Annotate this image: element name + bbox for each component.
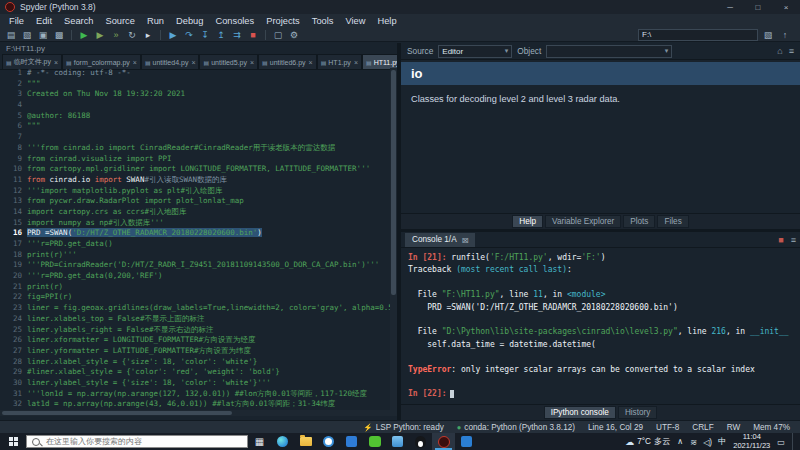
code-line[interactable]: 6""" bbox=[0, 121, 390, 132]
run-selection-icon[interactable]: ▸ bbox=[141, 29, 155, 41]
save-all-icon[interactable]: ▩ bbox=[52, 29, 66, 41]
code-line[interactable]: 9from cinrad.visualize import PPI bbox=[0, 154, 390, 165]
close-tab-icon[interactable]: × bbox=[250, 59, 254, 66]
preferences-icon[interactable]: ⚙ bbox=[287, 29, 301, 41]
line-number[interactable]: 28 bbox=[0, 357, 27, 368]
options-menu-icon[interactable]: ≡ bbox=[791, 235, 796, 245]
step-over-icon[interactable]: ↷ bbox=[182, 29, 196, 41]
taskbar-app-store[interactable] bbox=[340, 433, 363, 450]
code-line[interactable]: 23liner = fig.geoax.gridlines(draw_label… bbox=[0, 303, 390, 314]
code-line[interactable]: 29#liner.xlabel_style = {'color': 'red',… bbox=[0, 367, 390, 378]
line-number[interactable]: 6 bbox=[0, 121, 27, 132]
line-number[interactable]: 10 bbox=[0, 164, 27, 175]
save-icon[interactable]: ▣ bbox=[36, 29, 50, 41]
menu-tools[interactable]: Tools bbox=[306, 16, 340, 26]
line-number[interactable]: 4 bbox=[0, 100, 27, 111]
line-number[interactable]: 24 bbox=[0, 314, 27, 325]
console-tab[interactable]: Console 1/A ⊠ bbox=[405, 233, 475, 247]
source-dropdown[interactable]: Editor ▾ bbox=[438, 45, 512, 58]
line-number[interactable]: 29 bbox=[0, 367, 27, 378]
line-number[interactable]: 26 bbox=[0, 335, 27, 346]
taskbar-app-browser[interactable] bbox=[317, 433, 340, 450]
line-number[interactable]: 9 bbox=[0, 154, 27, 165]
run-cell-icon[interactable]: ▶ bbox=[93, 29, 107, 41]
debug-icon[interactable]: ▶ bbox=[166, 29, 180, 41]
code-line[interactable]: 31'''lon1d = np.array(np.arange(127, 132… bbox=[0, 389, 390, 400]
line-number[interactable]: 16 bbox=[0, 228, 27, 239]
code-line[interactable]: 5@author: 86188 bbox=[0, 111, 390, 122]
menu-run[interactable]: Run bbox=[141, 16, 170, 26]
line-number[interactable]: 18 bbox=[0, 250, 27, 261]
code-line[interactable]: 14import cartopy.crs as ccrs#引入地图库 bbox=[0, 207, 390, 218]
step-return-icon[interactable]: ↥ bbox=[214, 29, 228, 41]
ime-indicator[interactable]: 中 bbox=[718, 436, 726, 447]
line-number[interactable]: 31 bbox=[0, 389, 27, 400]
minimize-button[interactable]: ─ bbox=[716, 0, 744, 14]
line-number[interactable]: 13 bbox=[0, 196, 27, 207]
stop-icon[interactable]: ■ bbox=[246, 29, 260, 41]
close-tab-icon[interactable]: × bbox=[191, 59, 195, 66]
code-line[interactable]: 16PRD =SWAN('D:/HT/Z_OTHE_RADAMCR_201802… bbox=[0, 228, 390, 239]
editor-tab[interactable]: ▤HT1.py× bbox=[317, 54, 362, 69]
close-tab-icon[interactable]: × bbox=[354, 59, 358, 66]
run-cell-advance-icon[interactable]: » bbox=[109, 29, 123, 41]
code-line[interactable]: 18print(r)''' bbox=[0, 250, 390, 261]
pane-tab-ipython-console[interactable]: IPython console bbox=[544, 406, 616, 419]
volume-icon[interactable]: ◁) bbox=[703, 437, 712, 447]
weather-widget[interactable]: ☁ 7°C 多云 bbox=[625, 436, 670, 447]
line-number[interactable]: 12 bbox=[0, 186, 27, 197]
show-desktop-button[interactable] bbox=[792, 433, 797, 450]
line-number[interactable]: 23 bbox=[0, 303, 27, 314]
taskbar-app-qq[interactable] bbox=[409, 433, 432, 450]
taskbar-app-vscode[interactable] bbox=[455, 433, 478, 450]
code-line[interactable]: 13from pycwr.draw.RadarPlot import plot_… bbox=[0, 196, 390, 207]
start-button[interactable] bbox=[0, 433, 26, 450]
options-menu-icon[interactable]: ≡ bbox=[789, 46, 794, 56]
menu-edit[interactable]: Edit bbox=[30, 16, 58, 26]
menu-source[interactable]: Source bbox=[99, 16, 140, 26]
code-line[interactable]: 28liner.xlabel_style = {'size': 18, 'col… bbox=[0, 357, 390, 368]
menu-view[interactable]: View bbox=[339, 16, 371, 26]
browse-directory-icon[interactable]: ▧ bbox=[761, 29, 775, 41]
code-line[interactable]: 12'''import matplotlib.pyplot as plt#引入绘… bbox=[0, 186, 390, 197]
code-line[interactable]: 32lat1d = np.array(np.arange(43, 46,0.01… bbox=[0, 399, 390, 410]
interrupt-kernel-icon[interactable]: ■ bbox=[778, 235, 783, 245]
code-line[interactable]: 27liner.yformatter = LATITUDE_FORMATTER#… bbox=[0, 346, 390, 357]
code-line[interactable]: 11from cinrad.io import SWAN#引入读取SWAN数据的… bbox=[0, 175, 390, 186]
menu-help[interactable]: Help bbox=[371, 16, 402, 26]
pane-tab-plots[interactable]: Plots bbox=[623, 215, 655, 228]
menu-projects[interactable]: Projects bbox=[260, 16, 306, 26]
taskbar-app-wechat[interactable] bbox=[363, 433, 386, 450]
object-dropdown[interactable]: ▾ bbox=[546, 45, 672, 58]
code-line[interactable]: 2""" bbox=[0, 79, 390, 90]
code-line[interactable]: 10from cartopy.mpl.gridliner import LONG… bbox=[0, 164, 390, 175]
taskbar-app-file-explorer[interactable] bbox=[294, 433, 317, 450]
maximize-button[interactable]: □ bbox=[744, 0, 772, 14]
run-icon[interactable]: ▶ bbox=[77, 29, 91, 41]
taskbar-app-photos[interactable] bbox=[386, 433, 409, 450]
close-tab-icon[interactable]: × bbox=[133, 59, 137, 66]
code-line[interactable]: 4 bbox=[0, 100, 390, 111]
line-number[interactable]: 15 bbox=[0, 218, 27, 229]
code-line[interactable]: 7 bbox=[0, 132, 390, 143]
editor-tab[interactable]: ▤form_colormap.py× bbox=[62, 54, 141, 69]
code-line[interactable]: 1# -*- coding: utf-8 -*- bbox=[0, 68, 390, 79]
line-number[interactable]: 2 bbox=[0, 79, 27, 90]
code-line[interactable]: 24liner.xlabels_top = False#不显示上面的标注 bbox=[0, 314, 390, 325]
line-number[interactable]: 3 bbox=[0, 89, 27, 100]
line-number[interactable]: 27 bbox=[0, 346, 27, 357]
code-line[interactable]: 19'''PRD=CinradReader('D:/HT/Z_RADR_I_Z9… bbox=[0, 260, 390, 271]
pane-tab-variable-explorer[interactable]: Variable Explorer bbox=[545, 215, 621, 228]
line-number[interactable]: 14 bbox=[0, 207, 27, 218]
menu-consoles[interactable]: Consoles bbox=[209, 16, 260, 26]
line-number[interactable]: 21 bbox=[0, 282, 27, 293]
scrollbar-thumb[interactable] bbox=[391, 70, 396, 295]
taskbar-search[interactable] bbox=[26, 435, 248, 448]
editor-tab[interactable]: ▤临时文件.py× bbox=[2, 54, 62, 69]
code-line[interactable]: 17'''r=PRD.get_data() bbox=[0, 239, 390, 250]
scrollbar-thumb[interactable] bbox=[2, 411, 232, 415]
taskbar-app-spyder[interactable] bbox=[432, 433, 455, 450]
code-line[interactable]: 20'''r=PRD.get_data(0,200,'REF') bbox=[0, 271, 390, 282]
step-into-icon[interactable]: ↧ bbox=[198, 29, 212, 41]
line-number[interactable]: 17 bbox=[0, 239, 27, 250]
